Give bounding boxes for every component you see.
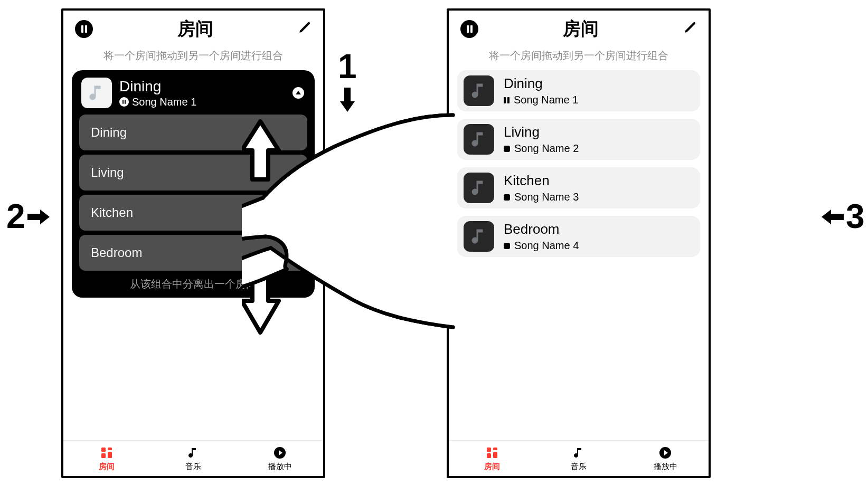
- album-art-icon: [464, 124, 494, 155]
- room-song: Song Name 4: [504, 240, 579, 252]
- svg-rect-8: [487, 453, 491, 458]
- room-name: Bedroom: [91, 245, 142, 260]
- album-art-icon: [464, 221, 494, 252]
- callout-1-number: 1: [336, 50, 359, 83]
- room-song: Song Name 3: [504, 191, 579, 203]
- callout-2-number: 2: [4, 199, 27, 233]
- svg-rect-6: [493, 448, 497, 450]
- arrow-left-icon: [822, 205, 844, 228]
- room-item[interactable]: Bedroom Song Name 4: [457, 216, 700, 257]
- play-icon: [622, 446, 709, 460]
- room-song-name: Song Name 3: [514, 191, 579, 203]
- group-title: Dining: [119, 78, 196, 95]
- grouped-room[interactable]: Kitchen: [79, 195, 307, 231]
- edit-button[interactable]: [298, 21, 312, 38]
- tab-playing[interactable]: 播放中: [237, 441, 323, 476]
- album-art-icon: [464, 173, 494, 203]
- room-name: Dining: [91, 125, 127, 139]
- svg-rect-2: [108, 452, 112, 458]
- edit-button[interactable]: [683, 21, 697, 38]
- room-song-name: Song Name 4: [514, 240, 579, 252]
- tab-rooms[interactable]: 房间: [449, 441, 535, 476]
- page-title: 房间: [563, 17, 599, 41]
- pause-icon: [81, 25, 87, 33]
- room-name: Living: [504, 124, 579, 142]
- arrow-right-icon: [27, 205, 50, 228]
- grouped-room[interactable]: Dining: [79, 115, 307, 150]
- tab-music-label: 音乐: [150, 462, 237, 472]
- room-item[interactable]: Living Song Name 2: [457, 119, 700, 160]
- room-name: Bedroom: [504, 221, 579, 240]
- svg-rect-3: [101, 453, 106, 458]
- room-name: Living: [91, 165, 124, 179]
- room-name: Dining: [504, 75, 578, 94]
- tab-playing-label: 播放中: [622, 462, 709, 472]
- callout-3: 3: [822, 199, 867, 233]
- grouped-room[interactable]: Bedroom: [79, 235, 307, 271]
- stop-icon: [504, 194, 510, 201]
- play-icon: [237, 446, 323, 460]
- phone-right: 房间 将一个房间拖动到另一个房间进行组合 Dining Song Name 1: [447, 8, 711, 478]
- svg-rect-0: [101, 448, 106, 452]
- music-icon: [535, 446, 622, 460]
- pause-button[interactable]: [75, 20, 93, 38]
- svg-rect-5: [487, 448, 491, 452]
- tab-playing[interactable]: 播放中: [622, 441, 709, 476]
- arrow-down-icon: [340, 83, 355, 117]
- group-header[interactable]: Dining Song Name 1: [79, 78, 307, 108]
- pause-icon: [119, 97, 129, 107]
- pause-button[interactable]: [460, 20, 478, 38]
- pause-icon: [504, 97, 510, 103]
- tab-rooms-label: 房间: [63, 462, 150, 472]
- svg-rect-7: [493, 452, 497, 458]
- separate-hint: 从该组合中分离出一个房间: [79, 275, 307, 291]
- drag-hint: 将一个房间拖动到另一个房间进行组合: [449, 43, 709, 70]
- callout-2: 2: [4, 199, 50, 233]
- tab-rooms[interactable]: 房间: [63, 441, 150, 476]
- tab-bar: 房间 音乐 播放中: [449, 440, 709, 476]
- rooms-icon: [63, 446, 150, 460]
- speaker-icon[interactable]: [293, 87, 304, 99]
- room-name: Kitchen: [91, 205, 133, 220]
- callout-3-number: 3: [844, 199, 867, 233]
- room-song: Song Name 2: [504, 142, 579, 155]
- top-bar: 房间: [449, 11, 709, 43]
- tab-rooms-label: 房间: [449, 462, 535, 472]
- room-group-card[interactable]: Dining Song Name 1 Dining Living Kitchen…: [72, 70, 315, 298]
- svg-rect-1: [108, 448, 112, 450]
- tab-music[interactable]: 音乐: [535, 441, 622, 476]
- drag-hint: 将一个房间拖动到另一个房间进行组合: [63, 43, 323, 70]
- room-item[interactable]: Dining Song Name 1: [457, 70, 700, 111]
- phone-left: 房间 将一个房间拖动到另一个房间进行组合 Dining Song Name 1 …: [61, 8, 325, 478]
- grouped-room[interactable]: Living: [79, 155, 307, 191]
- top-bar: 房间: [63, 11, 323, 43]
- tab-music[interactable]: 音乐: [150, 441, 237, 476]
- tab-music-label: 音乐: [535, 462, 622, 472]
- room-song-name: Song Name 2: [514, 142, 579, 155]
- tab-bar: 房间 音乐 播放中: [63, 440, 323, 476]
- group-song: Song Name 1: [119, 96, 196, 108]
- tab-playing-label: 播放中: [237, 462, 323, 472]
- music-icon: [150, 446, 237, 460]
- room-item[interactable]: Kitchen Song Name 3: [457, 167, 700, 208]
- stop-icon: [504, 146, 510, 152]
- room-song-name: Song Name 1: [514, 94, 578, 106]
- stop-icon: [504, 243, 510, 249]
- page-title: 房间: [177, 17, 213, 41]
- room-name: Kitchen: [504, 173, 579, 191]
- callout-1: 1: [336, 50, 359, 117]
- album-art-icon: [464, 75, 494, 106]
- room-list: Dining Song Name 1 Living Song Name 2: [449, 70, 709, 257]
- pause-icon: [467, 25, 473, 33]
- rooms-icon: [449, 446, 535, 460]
- group-song-name: Song Name 1: [132, 96, 196, 108]
- album-art-icon: [81, 78, 112, 108]
- room-song: Song Name 1: [504, 94, 578, 106]
